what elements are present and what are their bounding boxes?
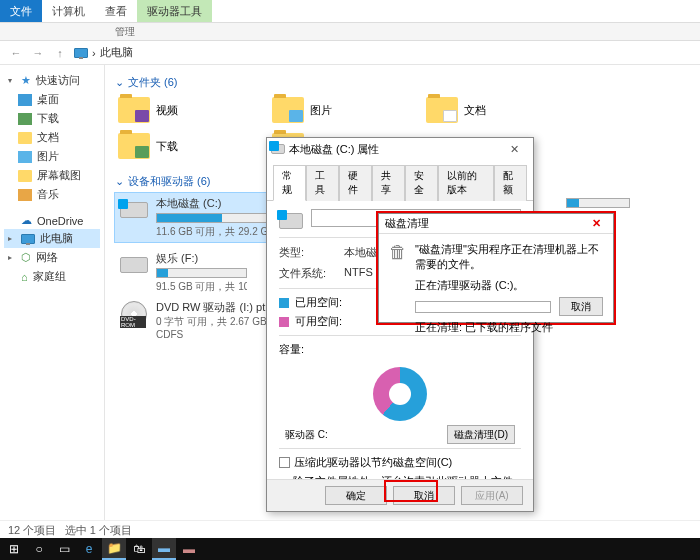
- forward-button[interactable]: →: [30, 45, 46, 61]
- popup-titlebar[interactable]: 磁盘清理 ✕: [379, 214, 613, 234]
- apply-button[interactable]: 应用(A): [461, 486, 523, 505]
- breadcrumb[interactable]: › 此电脑: [74, 45, 133, 60]
- tab-tools[interactable]: 工具: [306, 165, 339, 201]
- sidebar-onedrive[interactable]: ☁OneDrive: [4, 212, 100, 229]
- folder-downloads[interactable]: 下载: [115, 130, 265, 162]
- drive-dvd[interactable]: DVD-ROM DVD RW 驱动器 (I:) ptpress 0 字节 可用，…: [115, 297, 270, 343]
- tab-general[interactable]: 常规: [273, 165, 306, 201]
- start-button[interactable]: ⊞: [2, 538, 26, 560]
- sidebar-pictures[interactable]: 图片: [4, 147, 100, 166]
- drive-c[interactable]: 本地磁盘 (C:) 11.6 GB 可用，共 29.2 GB: [115, 193, 270, 242]
- close-button[interactable]: ✕: [499, 143, 529, 156]
- sidebar-screenshots[interactable]: 屏幕截图: [4, 166, 100, 185]
- drive-f[interactable]: 娱乐 (F:) 91.5 GB 可用，共 104 G: [115, 248, 250, 297]
- status-bar: 12 个项目 选中 1 个项目: [0, 520, 700, 538]
- tab-hardware[interactable]: 硬件: [339, 165, 372, 201]
- pie-chart: [373, 367, 427, 421]
- dvd-icon: DVD-ROM: [121, 301, 147, 327]
- sidebar-this-pc[interactable]: ▸此电脑: [4, 229, 100, 248]
- cleanup-popup: 磁盘清理 ✕ 🗑 "磁盘清理"实用程序正在清理机器上不需要的文件。 正在清理驱动…: [378, 213, 614, 323]
- popup-cancel-button[interactable]: 取消: [559, 297, 603, 316]
- view-tab[interactable]: 查看: [95, 0, 137, 22]
- pc-icon: [74, 48, 88, 58]
- sidebar-desktop[interactable]: 桌面: [4, 90, 100, 109]
- folder-videos[interactable]: 视频: [115, 94, 265, 126]
- folders-header[interactable]: ⌄文件夹 (6): [115, 71, 690, 94]
- app-icon[interactable]: ▬: [152, 538, 176, 560]
- drive-tools-tab[interactable]: 驱动器工具: [137, 0, 212, 22]
- ok-button[interactable]: 确定: [325, 486, 387, 505]
- edge-icon[interactable]: e: [77, 538, 101, 560]
- compress-checkbox[interactable]: 压缩此驱动器以节约磁盘空间(C): [279, 453, 521, 472]
- progress-bar: [415, 301, 551, 313]
- ribbon: 文件 计算机 查看 驱动器工具: [0, 0, 700, 23]
- sidebar-homegroup[interactable]: ⌂家庭组: [4, 267, 100, 286]
- hdd-icon: [279, 213, 303, 229]
- hdd-icon: [120, 257, 148, 273]
- cleanup-icon: 🗑: [389, 242, 409, 262]
- hdd-icon: [271, 144, 285, 154]
- sidebar-music[interactable]: 音乐: [4, 185, 100, 204]
- dialog-tabs: 常规 工具 硬件 共享 安全 以前的版本 配额: [267, 160, 533, 201]
- highlight-ok: [384, 480, 438, 502]
- sidebar: ▾★快速访问 桌面 下载 文档 图片 屏幕截图 音乐 ☁OneDrive ▸此电…: [0, 65, 105, 522]
- sidebar-quick-access[interactable]: ▾★快速访问: [4, 71, 100, 90]
- store-icon[interactable]: 🛍: [127, 538, 151, 560]
- sidebar-documents[interactable]: 文档: [4, 128, 100, 147]
- folder-pictures[interactable]: 图片: [269, 94, 419, 126]
- back-button[interactable]: ←: [8, 45, 24, 61]
- sidebar-network[interactable]: ▸⬡网络: [4, 248, 100, 267]
- hdd-icon: [120, 202, 148, 218]
- close-icon[interactable]: ✕: [585, 217, 607, 230]
- up-button[interactable]: ↑: [52, 45, 68, 61]
- cortana-icon[interactable]: ○: [27, 538, 51, 560]
- ribbon-sub: 管理: [0, 23, 700, 41]
- taskbar: ⊞ ○ ▭ e 📁 🛍 ▬ ▬: [0, 538, 700, 560]
- taskview-icon[interactable]: ▭: [52, 538, 76, 560]
- app-icon-2[interactable]: ▬: [177, 538, 201, 560]
- tab-previous[interactable]: 以前的版本: [438, 165, 494, 201]
- navbar: ← → ↑ › 此电脑: [0, 41, 700, 65]
- dialog-titlebar[interactable]: 本地磁盘 (C:) 属性 ✕: [267, 138, 533, 160]
- tab-security[interactable]: 安全: [405, 165, 438, 201]
- computer-tab[interactable]: 计算机: [42, 0, 95, 22]
- cleanup-popup-highlight: 磁盘清理 ✕ 🗑 "磁盘清理"实用程序正在清理机器上不需要的文件。 正在清理驱动…: [376, 211, 616, 325]
- explorer-icon[interactable]: 📁: [102, 538, 126, 560]
- tab-quota[interactable]: 配额: [494, 165, 527, 201]
- tab-sharing[interactable]: 共享: [372, 165, 405, 201]
- file-tab[interactable]: 文件: [0, 0, 42, 22]
- disk-cleanup-button[interactable]: 磁盘清理(D): [447, 425, 515, 444]
- sidebar-downloads[interactable]: 下载: [4, 109, 100, 128]
- breadcrumb-location: 此电脑: [100, 45, 133, 60]
- pc-icon: [21, 234, 35, 244]
- folder-documents[interactable]: 文档: [423, 94, 573, 126]
